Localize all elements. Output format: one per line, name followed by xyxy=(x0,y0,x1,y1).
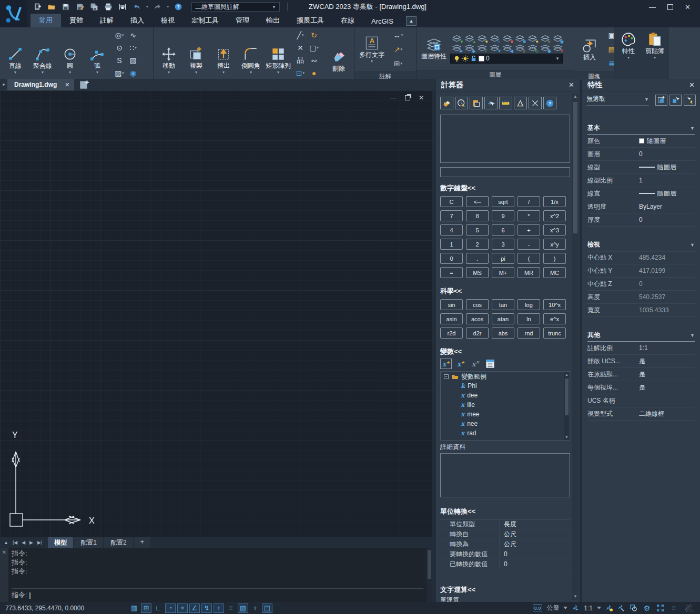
toggle-pickadd-icon[interactable] xyxy=(684,95,696,106)
clipboard-button[interactable]: 剪貼簿▾ xyxy=(643,28,667,78)
layer-state-icon[interactable]: ✓ xyxy=(475,44,488,53)
calc-key-M+[interactable]: M+ xyxy=(492,267,514,278)
fillet-button[interactable]: 倒圓角▾ xyxy=(239,45,263,76)
offset-icon[interactable]: ⊡▾ xyxy=(293,67,307,79)
array-button[interactable]: 矩形陣列▾ xyxy=(266,45,290,76)
print-icon[interactable] xyxy=(104,2,113,12)
zwcad-logo[interactable] xyxy=(0,0,27,27)
redo-dropdown-icon[interactable]: ▾ xyxy=(167,5,169,9)
tab-定制工具[interactable]: 定制工具 xyxy=(183,14,227,27)
layout-tab-+[interactable]: + xyxy=(134,537,150,548)
keypad-section-header[interactable]: 數字鍵盤<< xyxy=(440,183,570,193)
erase-button[interactable]: 刪除 xyxy=(327,48,351,74)
quick-properties-icon[interactable]: ▤ xyxy=(262,603,272,613)
layer-properties-button[interactable]: 圖層特性 xyxy=(420,36,448,62)
unit-dropdown-icon[interactable] xyxy=(563,607,567,609)
calc-key-rnd[interactable]: rnd xyxy=(518,328,540,339)
calc-key-acos[interactable]: acos xyxy=(466,313,489,324)
spline-cv-icon[interactable]: S xyxy=(113,54,126,67)
calc-pick-point-icon[interactable] xyxy=(484,97,498,109)
calc-key-0[interactable]: 0 xyxy=(440,253,463,264)
prop-row-線寬[interactable]: 線寬隨圖層 xyxy=(587,187,695,200)
unit-label[interactable]: 公釐 xyxy=(546,603,559,612)
props-section-基本[interactable]: 基本▼ xyxy=(587,124,695,135)
lineweight-icon[interactable]: ≡ xyxy=(226,603,236,613)
spline-edit-icon[interactable]: ∾ xyxy=(307,54,321,67)
variable-item-rad[interactable]: xrad xyxy=(441,428,570,438)
object-snap-icon[interactable]: ⌖ xyxy=(177,603,188,613)
command-close-icon[interactable]: ✕ xyxy=(2,549,6,555)
scale-icon[interactable]: ▢▾ xyxy=(307,42,321,54)
status-menu-icon[interactable]: ≡ xyxy=(668,603,679,613)
layout-tab-模型[interactable]: 模型 xyxy=(48,537,73,548)
ellipse-icon[interactable]: ◎▾ xyxy=(113,29,126,42)
fullscreen-icon[interactable] xyxy=(656,604,664,612)
annotation-monitor-icon[interactable]: + xyxy=(250,603,260,613)
layer-del-icon[interactable]: ✕ xyxy=(551,44,564,53)
properties-close-icon[interactable]: ✕ xyxy=(689,81,695,89)
calc-key-([interactable]: ( xyxy=(518,253,540,264)
layer-merge-icon[interactable]: ↻ xyxy=(526,44,539,53)
layer-prev-icon[interactable]: ◆ xyxy=(463,44,475,53)
layer-lock-icon[interactable]: ■ xyxy=(501,34,513,44)
variable-item-yee[interactable]: xyee xyxy=(441,438,570,441)
prop-row-高度[interactable]: 高度540.2537 xyxy=(587,291,695,304)
calc-key-1/x[interactable]: 1/x xyxy=(543,196,566,207)
prop-row-線型比例[interactable]: 線型比例1 xyxy=(587,174,695,187)
calc-key-MC[interactable]: MC xyxy=(543,267,566,278)
calc-key-x^y[interactable]: x^y xyxy=(543,239,566,250)
calc-key-=[interactable]: = xyxy=(440,267,463,278)
calc-key-atan[interactable]: atan xyxy=(492,313,514,324)
trim-icon[interactable]: ╱▾ xyxy=(293,29,307,42)
calculator-return-icon[interactable] xyxy=(484,359,496,369)
delete-variable-icon[interactable]: x✕ xyxy=(470,359,481,369)
prop-row-中心點 X[interactable]: 中心點 X485.4234 xyxy=(587,251,695,264)
calc-key-10^x[interactable]: 10^x xyxy=(543,299,566,310)
leader-icon[interactable]: ↗▾ xyxy=(391,43,405,56)
hatch-icon[interactable]: ▨▾ xyxy=(113,67,126,79)
calc-key-e^x[interactable]: e^x xyxy=(543,313,566,324)
prop-row-中心點 Y[interactable]: 中心點 Y417.0199 xyxy=(587,264,695,278)
point-icon[interactable]: ∷▾ xyxy=(126,42,140,54)
document-tab[interactable]: DWG Drawing1.dwg ✕ xyxy=(7,79,74,90)
annotation-visibility-icon[interactable] xyxy=(605,604,613,612)
unit-row-已轉換的數值[interactable]: 已轉換的數值0 xyxy=(440,559,570,569)
calc-key-)[interactable]: ) xyxy=(543,253,566,264)
prop-row-視覺型式[interactable]: 視覺型式二維線框 xyxy=(587,407,695,421)
undo-icon[interactable] xyxy=(132,2,141,12)
variables-folder[interactable]: −變數範例 xyxy=(441,372,570,381)
donut-icon[interactable]: ◉ xyxy=(126,67,140,79)
first-layout-icon[interactable]: |◀ xyxy=(11,540,19,545)
props-section-其他[interactable]: 其他▼ xyxy=(587,331,695,342)
layer-bulb-icon[interactable]: ● xyxy=(475,34,488,44)
prop-row-寬度[interactable]: 寬度1035.4333 xyxy=(587,304,695,317)
calc-key-+[interactable]: + xyxy=(518,224,540,236)
doc-list-dropdown-icon[interactable]: ▼ xyxy=(0,83,7,87)
calc-key-*[interactable]: * xyxy=(518,210,540,221)
unit-row-要轉換的數值[interactable]: 要轉換的數值0 xyxy=(440,549,570,559)
calc-measure-distance-icon[interactable] xyxy=(499,97,512,109)
prop-row-註解比例[interactable]: 註解比例1:1 xyxy=(587,342,695,355)
variables-scrollbar[interactable]: ▲▼ xyxy=(564,372,570,440)
tab-ArcGIS[interactable]: ArcGIS xyxy=(363,15,402,27)
calc-key-log[interactable]: log xyxy=(518,299,540,310)
props-section-檢視[interactable]: 檢視▼ xyxy=(587,240,695,251)
properties-palette-button[interactable]: 特性▾ xyxy=(616,28,641,78)
prop-row-線型[interactable]: 線型隨圖層 xyxy=(587,161,695,174)
move-button[interactable]: 移動▾ xyxy=(157,45,181,76)
calc-key-1[interactable]: 1 xyxy=(440,239,463,250)
boundary-icon[interactable]: ⊙ xyxy=(113,42,126,54)
prop-row-UCS 名稱[interactable]: UCS 名稱 xyxy=(587,394,695,407)
next-layout-icon[interactable]: ▶ xyxy=(28,540,35,545)
dynamic-input-icon[interactable]: + xyxy=(214,603,224,613)
calc-intersection-icon[interactable] xyxy=(529,97,542,109)
insert-block-button[interactable]: 插入 xyxy=(577,37,602,63)
redo-icon[interactable] xyxy=(153,2,163,12)
calc-key-x^3[interactable]: x^3 xyxy=(543,224,566,236)
save-all-icon[interactable] xyxy=(89,2,99,12)
calc-help-icon[interactable]: ? xyxy=(543,97,556,109)
print-preview-icon[interactable] xyxy=(118,2,127,12)
calc-key--[interactable]: - xyxy=(518,239,540,250)
layer-isolate-icon[interactable]: ▾ xyxy=(488,44,501,53)
collapse-icon[interactable]: − xyxy=(444,374,449,379)
